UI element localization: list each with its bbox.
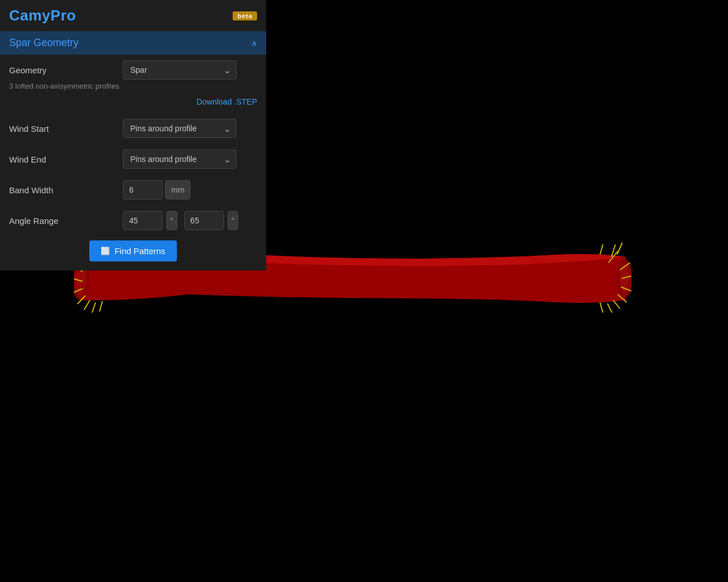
angle-min-input[interactable] [123, 211, 163, 230]
angle-max-input[interactable] [184, 211, 224, 230]
wind-start-select[interactable]: Pins around profile [123, 119, 237, 138]
beta-badge: beta [233, 11, 257, 20]
wind-end-select[interactable]: Pins around profile [123, 149, 237, 169]
angle-range-row: Angle Range ° ° [0, 205, 266, 236]
wind-start-label: Wind Start [9, 124, 123, 134]
wind-start-select-container: Pins around profile [123, 119, 237, 138]
wind-end-control: Pins around profile [123, 149, 257, 169]
app-title: CamyPro [9, 7, 76, 24]
angle-max-unit: ° [228, 211, 239, 230]
sidebar: CamyPro beta Spar Geometry ∧ Geometry Sp… [0, 0, 266, 271]
chevron-up-icon: ∧ [251, 39, 257, 48]
pin-left-8 [84, 300, 90, 310]
band-width-input[interactable] [123, 180, 163, 199]
download-link-row: Download .STEP [0, 96, 266, 113]
geometry-sublabel: 3 lofted non-axisymmetric profiles [0, 82, 266, 96]
pin-right-2 [617, 243, 622, 255]
pin-left-11 [100, 301, 102, 311]
band-width-row: Band Width mm [0, 174, 266, 205]
download-step-link[interactable]: Download .STEP [196, 97, 257, 106]
pin-left-9 [92, 302, 96, 313]
geometry-select-wrapper: Spar [123, 60, 257, 80]
pin-right-8 [613, 300, 620, 309]
find-patterns-label: Find Patterns [114, 246, 165, 256]
spar-geometry-title: Spar Geometry [9, 37, 78, 49]
angle-min-unit: ° [166, 211, 177, 230]
geometry-select[interactable]: Spar [123, 60, 237, 80]
angle-range-label: Angle Range [9, 216, 123, 226]
wind-start-control: Pins around profile [123, 119, 257, 138]
band-width-control: mm [123, 180, 257, 199]
wind-start-row: Wind Start Pins around profile [0, 113, 266, 144]
band-width-unit: mm [165, 180, 191, 199]
pin-right-9 [607, 304, 612, 313]
band-width-label: Band Width [9, 185, 123, 195]
geometry-label: Geometry [9, 65, 123, 75]
find-patterns-icon: ⬜ [101, 247, 110, 255]
wind-end-label: Wind End [9, 155, 123, 164]
wind-end-row: Wind End Pins around profile [0, 144, 266, 174]
geometry-row: Geometry Spar [0, 55, 266, 85]
pin-right-10 [600, 244, 603, 255]
find-patterns-row: ⬜ Find Patterns [0, 236, 266, 271]
angle-range-control: ° ° [123, 211, 257, 230]
app-header: CamyPro beta [0, 0, 266, 31]
wind-end-select-container: Pins around profile [123, 149, 237, 169]
pin-right-11 [600, 302, 603, 313]
find-patterns-button[interactable]: ⬜ Find Patterns [89, 240, 176, 261]
spar-geometry-header[interactable]: Spar Geometry ∧ [0, 31, 266, 55]
geometry-select-container: Spar [123, 60, 237, 80]
